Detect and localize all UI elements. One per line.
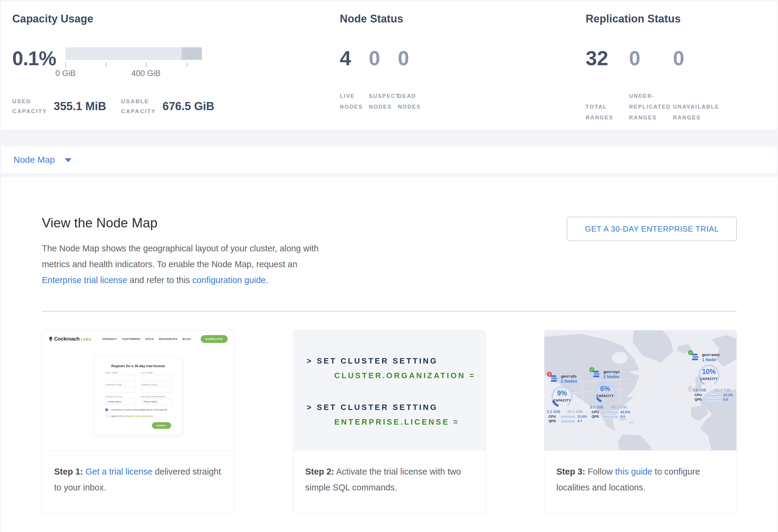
sql-line: ENTERPRISE.LICENSE = xyxy=(334,417,485,427)
spacer xyxy=(0,173,778,177)
node-locality-label: geo=ams xyxy=(702,353,720,357)
mini-submit-button: SUBMIT xyxy=(152,422,171,429)
cpu-sparkline xyxy=(707,393,721,397)
capacity-used-gib: 3.7 GiB xyxy=(590,405,603,409)
mini-nav-item: CUSTOMERS xyxy=(122,337,141,340)
suspect-nodes-label: SUSPECTNODES xyxy=(369,91,398,112)
sql-line: > SET CLUSTER SETTING xyxy=(307,402,485,412)
capacity-percent: 10% xyxy=(696,368,721,376)
mini-license-agreement-link: Software License Agreement. xyxy=(124,415,153,417)
capacity-percent: 9% xyxy=(549,389,574,397)
qps-sparkline xyxy=(707,398,721,401)
this-guide-link[interactable]: this guide xyxy=(615,467,652,476)
mini-field-label: FIRST NAME xyxy=(105,372,136,374)
under-replicated-ranges-label: UNDER-REPLICATEDRANGES xyxy=(629,91,673,123)
mini-registration-form: Register for a 30-day trial license FIRS… xyxy=(94,357,182,435)
cockroach-bug-icon xyxy=(49,336,53,342)
qps-label: QPS xyxy=(695,398,705,401)
mini-text-input xyxy=(105,387,136,393)
node-count-label: 1 Node xyxy=(702,357,720,362)
qps-value: 4.7 xyxy=(577,419,591,423)
used-capacity-value: 355.1 MiB xyxy=(54,100,106,113)
capacity-bar-other-segment xyxy=(181,47,202,60)
qps-label: QPS xyxy=(549,419,559,423)
total-ranges-label: TOTALRANGES xyxy=(586,101,629,123)
step-2-sql-snippet: > SET CLUSTER SETTING CLUSTER.ORGANIZATI… xyxy=(294,330,485,451)
cpu-value: 42.5% xyxy=(620,410,635,414)
enterprise-trial-license-link[interactable]: Enterprise trial license xyxy=(42,275,127,285)
brand-suffix: LABS xyxy=(81,337,91,341)
get-enterprise-trial-button[interactable]: GET A 30-DAY ENTERPRISE TRIAL xyxy=(567,217,737,241)
capacity-max-gib: 35.1 GiB xyxy=(567,409,583,414)
mini-field-label: REASON FOR INTEREST xyxy=(141,396,172,398)
qps-value: 0.0 xyxy=(723,398,735,401)
mini-site-nav: Cockroach LABS PRODUCT CUSTOMERS DOCS RE… xyxy=(42,330,234,343)
capacity-bar-axis: 0 GiB 400 GiB xyxy=(66,60,202,78)
capacity-label: CAPACITY xyxy=(549,398,574,402)
node-count-label: 2 Nodes xyxy=(603,374,620,379)
mini-field-label: COMPANY EMAIL xyxy=(141,384,172,386)
mini-field-label: PROJECT PHASE xyxy=(105,396,136,398)
axis-tick xyxy=(66,62,66,67)
capacity-used-gib: 3.6 GiB xyxy=(693,388,706,392)
capacity-bar: 0 GiB 400 GiB xyxy=(66,47,202,78)
mini-text-input xyxy=(141,375,172,381)
usable-capacity-value: 676.5 GiB xyxy=(162,100,214,113)
capacity-gauge: 10% CAPACITY xyxy=(696,363,721,388)
spacer xyxy=(0,131,778,146)
capacity-label: CAPACITY xyxy=(696,377,721,381)
capacity-max-gib: 34.4 GiB xyxy=(715,388,730,392)
cpu-label: CPU xyxy=(592,410,602,414)
step-3-caption: Step 3: Follow this guide to configure l… xyxy=(544,451,736,496)
live-nodes-label: LIVENODES xyxy=(340,91,369,112)
mini-nav-item: RESOURCES xyxy=(159,337,177,340)
step-2-card: > SET CLUSTER SETTING CLUSTER.ORGANIZATI… xyxy=(293,330,486,514)
step-3-card: 1 geo=sfo 2 Nodes xyxy=(544,330,737,514)
mini-text-input xyxy=(105,375,136,381)
mini-checkbox-label: I agree to the Software License Agreemen… xyxy=(110,415,153,417)
step-1-card: Cockroach LABS PRODUCT CUSTOMERS DOCS RE… xyxy=(42,330,235,514)
database-icon xyxy=(593,371,601,378)
step-2-caption: Step 2: Activate the trial license with … xyxy=(294,451,485,496)
suspect-nodes-value: 0 xyxy=(369,47,398,69)
database-icon xyxy=(550,375,558,382)
qps-value: 0.0 xyxy=(620,415,635,418)
dead-nodes-value: 0 xyxy=(398,47,409,69)
mini-form-title: Register for a 30-day trial license xyxy=(105,364,171,368)
step-3-node-map-image: 1 geo=sfo 2 Nodes xyxy=(544,330,736,451)
axis-tick xyxy=(146,62,147,67)
map-node-sfo: 1 geo=sfo 2 Nodes xyxy=(546,374,591,423)
mini-checkbox-unchecked xyxy=(105,415,108,417)
mini-select: Please Select xyxy=(141,398,172,405)
node-map-dropdown[interactable]: Node Map xyxy=(1,146,777,173)
usable-capacity-label: USABLE CAPACITY xyxy=(121,96,156,116)
node-count-label: 2 Nodes xyxy=(561,379,577,384)
qps-sparkline xyxy=(604,415,618,418)
capacity-gauge: 9% CAPACITY xyxy=(549,384,574,409)
cluster-overview-page: Capacity Usage 0.1% 0 GiB 400 GiB xyxy=(0,0,778,532)
node-status-title: Node Status xyxy=(340,13,403,25)
cpu-label: CPU xyxy=(695,393,705,397)
node-locality-label: geo=sfo xyxy=(561,374,577,379)
sql-line: > SET CLUSTER SETTING xyxy=(307,356,485,366)
used-capacity-label: USED CAPACITY xyxy=(12,96,47,116)
mini-nav-item: BLOG xyxy=(182,337,191,340)
axis-tick-label: 0 GiB xyxy=(55,69,76,78)
node-map-dropdown-label[interactable]: Node Map xyxy=(13,155,55,165)
get-trial-license-link[interactable]: Get a trial license xyxy=(86,467,153,476)
capacity-percent: 6% xyxy=(593,385,618,393)
cpu-value: 12.3% xyxy=(723,393,735,397)
under-replicated-ranges-value: 0 xyxy=(629,47,673,69)
qps-label: QPS xyxy=(592,415,602,418)
unavailable-ranges-label: UNAVAILABLERANGES xyxy=(673,101,722,123)
dead-nodes-label: DEADNODES xyxy=(398,91,423,112)
capacity-percent-value: 0.1% xyxy=(12,49,66,68)
mini-text-input xyxy=(141,387,172,393)
configuration-guide-link[interactable]: configuration guide xyxy=(192,275,265,285)
axis-tick-label: 400 GiB xyxy=(131,69,161,78)
axis-tick xyxy=(187,62,187,67)
qps-sparkline xyxy=(561,420,575,423)
capacity-label: CAPACITY xyxy=(593,394,618,398)
step-1-screenshot: Cockroach LABS PRODUCT CUSTOMERS DOCS RE… xyxy=(42,330,234,451)
node-locality-label: geo=nyc xyxy=(603,370,620,374)
